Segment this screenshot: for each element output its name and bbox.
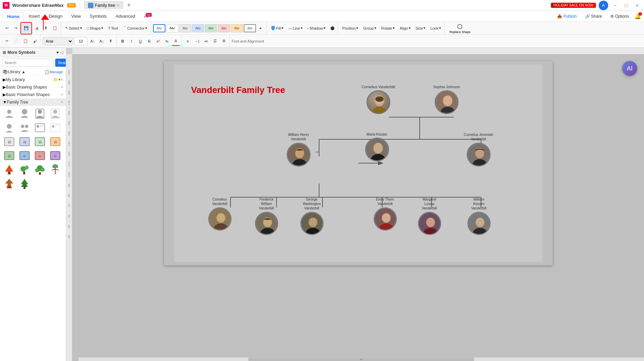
connector-btn[interactable]: ⌒ Connector ▾ [121,23,149,33]
font-family-select[interactable]: Arial [43,37,73,45]
minimize-btn[interactable]: − [611,2,619,9]
notification-btn[interactable]: 🔔 ! [634,13,641,19]
search-btn[interactable]: Search [55,59,66,67]
my-library-section[interactable]: ▶ My Library 📁 + × [0,76,66,83]
shape-item-tree6[interactable] [18,177,31,190]
family-tree-close-btn[interactable]: × [61,100,63,105]
user-avatar[interactable]: A [599,1,608,10]
tab-ai[interactable]: AI hot [140,12,152,20]
size-btn[interactable]: Size▾ [414,23,428,33]
superscript-btn[interactable]: x² [154,36,162,46]
style-swatch-7[interactable]: Abc [231,24,243,32]
style-swatch-5[interactable]: Abc [205,24,217,32]
style-swatch-6[interactable]: Abc [218,24,230,32]
style-swatch-8[interactable]: Abc [244,24,256,32]
publish-btn[interactable]: 📤 Publish [554,13,579,20]
shape-item-5[interactable] [3,121,16,134]
copy-btn[interactable]: 📄 [12,36,20,46]
replace-shape-btn[interactable]: ⬡ Replace Shape [447,22,474,34]
basic-drawing-close-btn[interactable]: × [61,85,63,90]
shape-item-14[interactable]: ⊞ [18,149,31,162]
shape-item-tree2[interactable] [18,163,31,176]
text-btn[interactable]: T Text [106,23,120,33]
align-btn[interactable]: Align▾ [398,23,413,33]
format-painter-btn[interactable]: 🖌 [31,36,39,46]
maximize-btn[interactable]: □ [622,2,630,9]
lock-btn[interactable]: Lock▾ [428,23,443,33]
shape-item-4[interactable] [49,107,62,120]
shape-item-2[interactable] [18,107,31,120]
styles-expand-btn[interactable]: ⬤ [328,23,336,33]
panel-collapse-btn[interactable]: ◁ [60,50,63,55]
list-btn[interactable]: ☰ [211,36,219,46]
shape-item-6[interactable] [18,121,31,134]
text-align-btn[interactable]: ≡ [184,36,192,46]
redo-btn[interactable]: ↪ [12,23,20,33]
shape-item-tree4[interactable] [49,163,62,176]
share-btn[interactable]: 🔗 Share [582,13,605,20]
shape-item-tree3[interactable] [33,163,46,176]
shape-item-3[interactable] [33,107,46,120]
tab-close-btn[interactable]: × [117,3,119,8]
shape-item-11[interactable]: ▤ [33,135,46,148]
shape-item-15[interactable]: ⊞ [33,149,46,162]
italic-btn[interactable]: I [128,36,136,46]
tab-symbols[interactable]: Symbols [86,12,111,20]
shape-item-16[interactable]: ⊞ [49,149,62,162]
shape-item-8[interactable] [49,121,62,134]
font-size-decrease-btn[interactable]: A↓ [98,36,106,46]
tab-advanced[interactable]: Advanced [111,12,139,20]
my-library-close-btn[interactable]: × [61,77,63,82]
horizontal-scrollbar[interactable] [78,357,644,361]
group-btn[interactable]: Group▾ [361,23,378,33]
shape-btn[interactable]: □ Shape ▾ [85,23,105,33]
print-btn[interactable]: 🖨 [33,23,41,33]
tab-view[interactable]: View [67,12,85,20]
bullet-btn[interactable]: •≡ [202,36,210,46]
font-color-btn[interactable]: A [172,36,180,46]
basic-drawing-section[interactable]: ▶ Basic Drawing Shapes × [0,83,66,91]
cut-btn[interactable]: ✂ [3,36,11,46]
fill-btn[interactable]: 🪣 Fill▾ [269,23,286,33]
style-swatch-1[interactable]: Abc [153,24,165,32]
shape-item-tree1[interactable] [3,163,16,176]
search-input[interactable] [2,59,54,67]
align-top-btn[interactable]: ⬆ [107,36,115,46]
strikethrough-btn[interactable]: S [145,36,153,46]
style-swatch-2[interactable]: Abc [166,24,178,32]
paste2-btn[interactable]: 📋 [21,36,30,46]
close-btn[interactable]: × [633,2,641,9]
shape-item-12[interactable]: ▤ [49,135,62,148]
options-btn[interactable]: ⚙ Options [608,13,632,20]
underline-btn[interactable]: U [136,36,145,46]
position-btn[interactable]: Position▾ [340,23,360,33]
shape-item-1[interactable] [3,107,16,120]
line-btn[interactable]: — Line▾ [286,23,305,33]
font-size-input[interactable] [74,37,88,45]
subscript-btn[interactable]: x₂ [163,36,171,46]
shape-item-13[interactable]: ▤ [3,149,16,162]
manage-btn[interactable]: Manage [49,70,63,74]
new-tab-btn[interactable]: + [127,2,131,9]
font-settings-btn[interactable]: ⚙ [220,36,228,46]
indent-btn[interactable]: →| [193,36,201,46]
family-tree-section[interactable]: ▼ Family Tree × [0,98,66,106]
basic-flowchart-section[interactable]: ▶ Basic Flowchart Shapes × [0,91,66,98]
diagram-viewport[interactable]: Vanderbilt Family Tree [72,54,644,361]
basic-flowchart-close-btn[interactable]: × [61,92,63,97]
save-btn[interactable]: 💾 [22,23,31,33]
shape-item-tree5[interactable] [3,177,16,190]
font-size-increase-btn[interactable]: A↑ [88,36,97,46]
style-swatch-4[interactable]: Abc [192,24,204,32]
tab-home[interactable]: Home [3,12,24,20]
ai-assistant-btn[interactable]: AI [622,61,637,76]
bold-btn[interactable]: B [119,36,127,46]
tab-family-tree[interactable]: Family tree × [84,1,123,9]
more-styles-btn[interactable]: ▸ [257,23,265,33]
shape-item-9[interactable]: ▤ [3,135,16,148]
paste-btn[interactable]: 📋 [50,23,59,33]
select-btn[interactable]: ↖ Select ▾ [63,23,84,33]
rotate-btn[interactable]: Rotate▾ [379,23,397,33]
shape-item-10[interactable]: ▤ [18,135,31,148]
undo-btn[interactable]: ↩ [3,23,11,33]
